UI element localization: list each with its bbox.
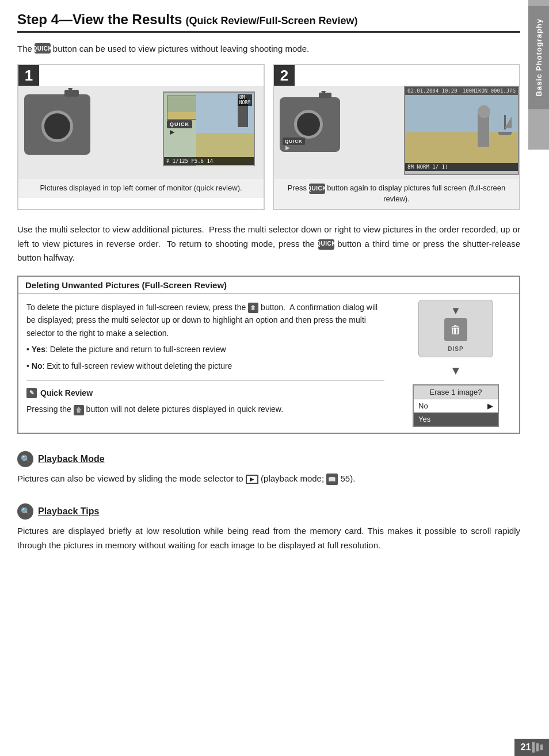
playback-mode-section: 🔍 Playback Mode Pictures can also be vie… [17,451,520,486]
trash-icon-inline: 🗑 [248,303,258,313]
playback-inline-icon: ▶ [246,475,258,484]
fs-scene [405,95,518,163]
delete-illus-col: ▼ 🗑 DISP ▼ Erase 1 image? No ▶ Yes [392,294,519,433]
body-paragraph: Use the multi selector to view additiona… [17,223,520,265]
trash-icon-box: 🗑 [444,318,467,341]
shutter-arrow: ▼ [66,86,74,94]
quick-icon-body: QUICK [318,239,334,250]
page-bars [531,742,543,753]
delete-text-col: To delete the picture displayed in full-… [18,294,392,433]
step2-shutter-arrow: ▼ [319,88,327,97]
quick-review-title-row: ✎ Quick Review [26,387,384,399]
step-2-header: 2 [274,65,519,86]
step2-camera-body: ▼ QUICK ▶ [280,97,340,152]
arrow-indicator: ▼ [450,364,462,377]
cam-delete-illus: ▼ 🗑 DISP [418,300,493,357]
fs-header: 02.01.2004 10:20 100NIKON 0001.JPG [405,87,518,95]
delete-body-text: To delete the picture displayed in full-… [26,301,384,339]
erase-dialog-title: Erase 1 image? [414,385,498,399]
playback-tips-icon: 🔍 [17,503,33,520]
camera-body: ▼ [24,94,90,155]
intro-text: The QUICK button can be used to view pic… [17,43,520,54]
step-2-number: 2 [274,65,295,86]
step2-play-icon: ▶ [285,144,290,151]
delete-box-title: Deleting Unwanted Pictures (Full-Screen … [18,277,519,294]
thumb-sky [167,96,196,112]
page-number: 21 [521,742,531,753]
play-icon-screen: ▶ [170,128,174,136]
norm-badge: 8MNORM [238,94,252,106]
step-2-box: 2 ▼ QUICK ▶ 02.01.2004 10:20 10 [273,64,520,210]
erase-dialog: Erase 1 image? No ▶ Yes [413,384,499,427]
down-arrow-delete: ▼ [451,305,461,317]
playback-tips-section: 🔍 Playback Tips Pictures are displayed b… [17,503,520,553]
quick-review-body: Pressing the 🗑 button will not delete pi… [26,403,384,415]
delete-btn-area: ▼ 🗑 [444,305,467,341]
step-1-illustration: ▼ QUICK ▶ [18,86,264,178]
playback-page-ref: 55 [340,474,350,483]
step2-lens [294,110,323,139]
no-bullet: • No: Exit to full-screen review without… [26,360,384,372]
intro-after: button can be used to view pictures with… [53,44,309,54]
playback-mode-title-row: 🔍 Playback Mode [17,451,520,467]
step-1-box: 1 ▼ [17,64,265,210]
page-number-box: 21 [514,739,549,756]
title-main: Step 4—View the Results [17,12,182,27]
sidebar-label: Basic Photography [535,18,543,96]
disp-label: DISP [448,346,463,352]
sail [505,117,512,128]
yes-bullet: • Yes: Delete the picture and return to … [26,343,384,356]
camera-lens [41,110,73,142]
book-icon-playback: 📖 [326,474,338,485]
scene-bg: 8MNORM [196,93,254,166]
page-title: Step 4—View the Results (Quick Review/Fu… [17,12,520,33]
delete-box: Deleting Unwanted Pictures (Full-Screen … [17,276,520,434]
page-bar-1 [532,742,535,753]
fs-ground [405,132,518,163]
page-bar-2 [536,743,539,751]
step-1-header: 1 [18,65,264,86]
step2-quick-icon: QUICK [309,184,325,194]
thumb-ground [167,112,196,119]
step-1-caption: Pictures displayed in top left corner of… [18,178,264,198]
step-2-caption: Press QUICK button again to display pict… [274,178,519,209]
hull [498,132,512,135]
intro-before: The [17,44,32,54]
fs-filename: 100NIKON 0001.JPG [463,88,516,94]
steps-row: 1 ▼ [17,64,520,210]
note-icon: ✎ [26,388,37,398]
playback-mode-icon: 🔍 [17,451,33,467]
erase-no-label: No [418,402,428,410]
quick-review-heading: Quick Review [40,387,93,399]
fs-date: 02.01.2004 10:20 [407,88,458,94]
erase-arrow: ▶ [487,402,493,410]
person-head [478,105,490,118]
main-content: Step 4—View the Results (Quick Review/Fu… [17,0,520,587]
delete-box-inner: To delete the picture displayed in full-… [18,294,519,433]
page-bar-3 [540,744,543,750]
playback-mode-heading: Playback Mode [38,454,105,464]
sidebar-tab: Basic Photography [528,0,549,150]
playback-tips-heading: Playback Tips [38,506,99,517]
step-1-number: 1 [18,65,39,86]
sidebar-label-box: Basic Photography [528,6,549,109]
step-2-illustration: ▼ QUICK ▶ 02.01.2004 10:20 100NIKON 0001… [274,86,519,178]
preview-thumbnail [167,96,197,120]
trash-icon-qr: 🗑 [74,405,84,415]
erase-yes-label: Yes [418,415,430,423]
sailboat [498,115,512,135]
info-bar-bottom: P 1/125 F5.6 14 [164,157,254,165]
fullscreen-preview: 02.01.2004 10:20 100NIKON 0001.JPG [404,86,519,175]
quick-button-icon: QUICK [35,43,51,54]
title-sub: (Quick Review/Full-Screen Review) [185,15,357,26]
playback-tips-body: Pictures are displayed briefly at low re… [17,524,520,553]
playback-tips-title-row: 🔍 Playback Tips [17,503,520,520]
erase-yes-option: Yes [414,413,498,426]
quick-review-section: ✎ Quick Review Pressing the 🗑 button wil… [26,380,384,416]
playback-mode-body: Pictures can also be viewed by sliding t… [17,472,520,486]
quick-badge-screen: QUICK [167,120,192,128]
erase-no-option: No ▶ [414,399,498,413]
camera-screen-area: QUICK ▶ 8MNORM P 1/125 F5.6 14 [163,91,255,166]
fs-footer: 8M NORM 1/ 1) [405,163,518,171]
